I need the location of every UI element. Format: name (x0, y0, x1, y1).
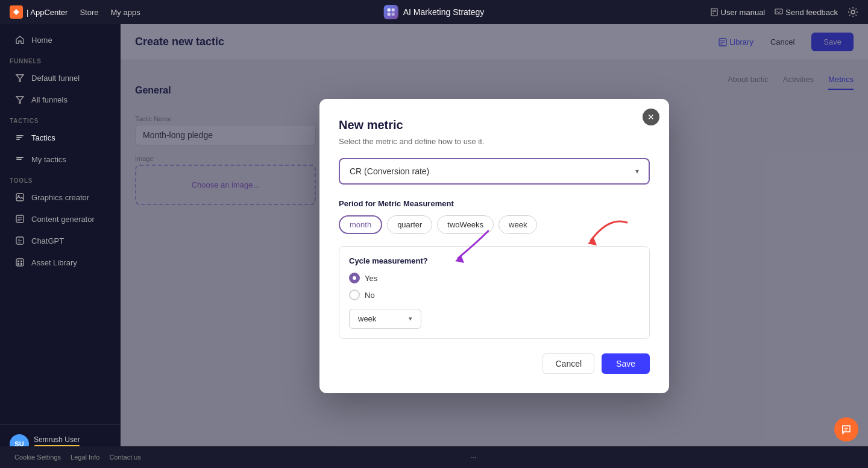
cycle-measurement-label: Cycle measurement? (349, 256, 640, 265)
svg-marker-33 (588, 238, 597, 245)
home-label: Home (31, 36, 52, 45)
svg-rect-26 (20, 261, 22, 262)
svg-marker-11 (16, 96, 24, 103)
nav-right: User manual Send feedback (710, 7, 858, 17)
radio-yes-label: Yes (365, 274, 377, 283)
radio-yes[interactable]: Yes (349, 273, 640, 283)
sidebar-item-chatgpt[interactable]: ChatGPT (5, 230, 116, 251)
svg-rect-13 (16, 137, 22, 138)
period-btn-month[interactable]: month (339, 215, 382, 234)
myapps-link[interactable]: My apps (111, 8, 140, 17)
chevron-down-icon: ▾ (635, 167, 639, 176)
chat-icon (840, 423, 852, 435)
period-btn-twoweeks[interactable]: twoWeeks (437, 215, 494, 234)
appcenter-text: | AppCenter (27, 8, 68, 17)
metric-select-value: CR (Conversion rate) (350, 166, 429, 176)
asset-library-label: Asset Library (31, 258, 77, 267)
radio-no-circle (349, 289, 360, 300)
chatgpt-icon (14, 235, 25, 246)
svg-rect-14 (16, 139, 20, 140)
cycle-dropdown[interactable]: week ▾ (349, 309, 421, 329)
all-funnels-icon (14, 94, 25, 105)
sidebar-item-asset-library[interactable]: Asset Library (5, 252, 116, 273)
chat-bubble[interactable] (834, 417, 858, 441)
svg-rect-28 (20, 263, 22, 265)
sidebar-item-graphics-creator[interactable]: Graphics creator (5, 187, 116, 207)
new-metric-modal: ✕ New metric Select the metric and defin… (319, 99, 669, 393)
cycle-chevron-icon: ▾ (409, 315, 412, 323)
funnel-icon (14, 72, 25, 83)
svg-rect-3 (392, 13, 395, 16)
svg-rect-25 (17, 261, 19, 262)
user-name: Semrush User (34, 435, 80, 444)
app-title-text: AI Marketing Strategy (403, 7, 485, 17)
sidebar-item-all-funnels[interactable]: All funnels (5, 89, 116, 110)
user-manual-link[interactable]: User manual (710, 8, 766, 17)
funnels-section-label: FUNNELS (0, 51, 121, 67)
graphics-creator-label: Graphics creator (31, 193, 89, 202)
svg-rect-27 (17, 263, 19, 265)
my-tactics-label: My tactics (31, 155, 66, 164)
tools-section-label: TOOLS (0, 170, 121, 186)
all-funnels-label: All funnels (31, 95, 68, 104)
cycle-dropdown-value: week (358, 314, 376, 323)
radio-no[interactable]: No (349, 289, 640, 300)
main-content: Create new tactic Library Cancel Save Ge… (121, 24, 868, 468)
radio-yes-circle (349, 273, 360, 283)
modal-save-button[interactable]: Save (602, 353, 650, 374)
tactics-icon (14, 132, 25, 143)
svg-rect-17 (16, 194, 24, 201)
footer-center: ··· (470, 453, 476, 461)
contact-us-link[interactable]: Contact us (109, 454, 141, 461)
svg-rect-12 (16, 135, 24, 136)
modal-title: New metric (339, 118, 650, 132)
period-label: Period for Metric Measurement (339, 199, 650, 208)
period-btn-week[interactable]: week (498, 215, 537, 234)
period-section: Period for Metric Measurement month quar… (339, 199, 650, 234)
book-icon (710, 8, 719, 16)
modal-subtitle: Select the metric and define how to use … (339, 137, 650, 146)
semrush-logo[interactable]: | AppCenter (10, 5, 68, 19)
period-btn-quarter[interactable]: quarter (387, 215, 432, 234)
svg-rect-0 (388, 8, 391, 11)
send-feedback-link[interactable]: Send feedback (775, 8, 838, 17)
content-icon (14, 213, 25, 224)
footer: Cookie Settings Legal Info Contact us ··… (0, 446, 868, 468)
user-manual-text: User manual (721, 8, 766, 17)
sidebar-item-tactics[interactable]: Tactics (5, 127, 116, 148)
sidebar-item-home[interactable]: Home (5, 30, 116, 50)
footer-links: Cookie Settings Legal Info Contact us (14, 454, 141, 461)
modal-cancel-button[interactable]: Cancel (542, 353, 594, 374)
modal-overlay: ✕ New metric Select the metric and defin… (121, 24, 868, 468)
radio-no-label: No (365, 291, 375, 300)
svg-rect-16 (16, 159, 22, 160)
svg-rect-8 (775, 9, 782, 14)
graphics-icon (14, 192, 25, 203)
modal-close-button[interactable]: ✕ (643, 109, 659, 125)
nav-links: Store My apps (80, 8, 140, 17)
svg-point-9 (851, 10, 855, 14)
top-navigation: | AppCenter Store My apps AI Marketing S… (0, 0, 868, 24)
legal-info-link[interactable]: Legal Info (71, 454, 99, 461)
svg-rect-2 (388, 13, 391, 16)
send-feedback-text: Send feedback (785, 8, 838, 17)
settings-icon[interactable] (848, 7, 858, 17)
sidebar-item-default-funnel[interactable]: Default funnel (5, 68, 116, 88)
tactics-label: Tactics (31, 133, 55, 142)
asset-library-icon (14, 257, 25, 268)
svg-rect-15 (16, 157, 24, 158)
sidebar: Home FUNNELS Default funnel All funnels … (0, 24, 121, 468)
cycle-section: Cycle measurement? Yes No week ▾ (339, 246, 650, 339)
period-buttons: month quarter twoWeeks week (339, 215, 650, 234)
store-link[interactable]: Store (80, 8, 98, 17)
svg-marker-10 (16, 75, 24, 81)
sidebar-item-content-generator[interactable]: Content generator (5, 209, 116, 229)
sidebar-item-my-tactics[interactable]: My tactics (5, 149, 116, 169)
radio-group: Yes No (349, 273, 640, 300)
cookie-settings-link[interactable]: Cookie Settings (14, 454, 61, 461)
metric-select[interactable]: CR (Conversion rate) ▾ (339, 158, 650, 185)
my-tactics-icon (14, 154, 25, 165)
home-icon (14, 34, 25, 45)
tactics-section-label: TACTICS (0, 110, 121, 127)
svg-rect-24 (16, 259, 24, 266)
